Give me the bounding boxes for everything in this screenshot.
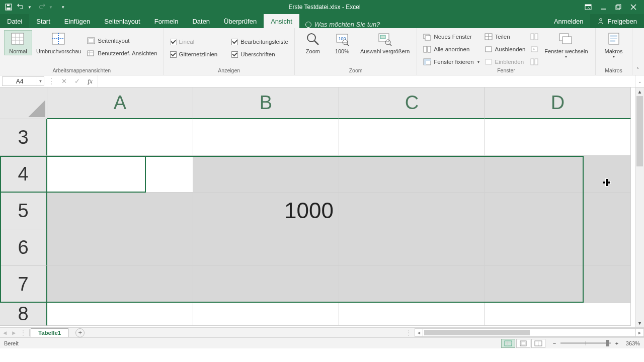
cancel-icon[interactable]: ✕ [59,77,68,86]
arrange-all-button[interactable]: Alle anordnen [421,44,481,55]
cell-d3[interactable] [485,119,631,156]
formula-input[interactable] [98,75,635,87]
ribbon-options-icon[interactable] [585,4,592,11]
page-break-preview-button[interactable]: Umbruchvorschau [33,30,84,55]
row-header-5[interactable]: 5 [0,193,47,229]
cell-c8[interactable] [339,303,485,326]
zoom-out-button[interactable]: − [550,339,558,347]
col-header-d[interactable]: D [485,87,631,119]
select-all-button[interactable] [0,87,47,119]
cell-b4[interactable] [193,156,339,193]
enter-icon[interactable]: ✓ [72,77,82,86]
cell-a3[interactable] [47,119,193,156]
scroll-right-icon[interactable]: ► [635,328,644,337]
gridlines-checkbox[interactable]: Gitternetzlinien [168,49,220,60]
cell-b7[interactable] [193,266,339,303]
scrollbar-thumb[interactable] [636,96,643,166]
cell-c6[interactable] [339,229,485,266]
tab-start[interactable]: Start [29,14,57,28]
collapse-ribbon-icon[interactable]: ˄ [634,66,641,73]
sign-in-button[interactable]: Anmelden [547,14,591,28]
zoom-100-button[interactable]: 100100% [328,30,356,55]
sheet-nav-prev-icon[interactable]: ◄ [0,330,9,336]
tab-formulas[interactable]: Formeln [147,14,186,28]
name-box-input[interactable] [3,78,37,85]
undo-dropdown-icon[interactable]: ▼ [26,4,33,11]
save-icon[interactable] [5,4,12,11]
row-header-3[interactable]: 3 [0,119,47,156]
zoom-level[interactable]: 363% [626,340,640,346]
cell-c4[interactable] [339,156,485,193]
cell-b3[interactable] [193,119,339,156]
page-layout-shortcut[interactable] [516,339,530,348]
cell-a5[interactable] [47,193,193,229]
row-header-8[interactable]: 8 [0,303,47,326]
expand-formula-bar-icon[interactable]: ⌄ [635,75,644,87]
scroll-up-icon[interactable]: ▲ [635,87,644,96]
scroll-left-icon[interactable]: ◄ [415,328,423,337]
vertical-scrollbar[interactable]: ▲ ▼ [635,87,644,327]
col-header-a[interactable]: A [47,87,193,119]
tab-view[interactable]: Ansicht [264,14,299,28]
cell-d5[interactable] [485,193,631,229]
sheet-tab-active[interactable]: Tabelle1 [31,328,68,337]
freeze-panes-button[interactable]: Fenster fixieren ▾ [421,56,481,67]
hscroll-track[interactable] [423,328,635,337]
cell-d6[interactable] [485,229,631,266]
zoom-in-button[interactable]: + [613,339,621,347]
cell-c5[interactable] [339,193,485,229]
tab-insert[interactable]: Einfügen [57,14,97,28]
name-box[interactable]: ▼ [2,76,44,86]
insert-function-icon[interactable]: fx [86,77,95,86]
cell-b5[interactable]: 1000 [193,193,339,229]
zoom-selection-button[interactable]: Auswahl vergrößern [357,30,413,55]
cell-b6[interactable] [193,229,339,266]
page-break-shortcut[interactable] [531,339,545,348]
reset-window-button[interactable] [528,44,540,55]
zoom-slider-thumb[interactable] [606,340,609,346]
row-header-7[interactable]: 7 [0,266,47,303]
normal-view-shortcut[interactable] [501,339,515,348]
cell-a7[interactable] [47,266,193,303]
undo-icon[interactable] [17,4,24,11]
new-window-button[interactable]: Neues Fenster [421,31,481,42]
cell-d7[interactable] [485,266,631,303]
custom-views-button[interactable]: Benutzerdef. Ansichten [85,48,159,59]
maximize-icon[interactable] [615,4,622,11]
cell-c3[interactable] [339,119,485,156]
cell-a6[interactable] [47,229,193,266]
minimize-icon[interactable] [600,4,607,11]
normal-view-button[interactable]: Normal [4,30,32,55]
horizontal-scrollbar[interactable]: ⋮ ◄ ► [403,328,644,337]
tab-data[interactable]: Daten [185,14,217,28]
tab-pagelayout[interactable]: Seitenlayout [97,14,147,28]
cell-c7[interactable] [339,266,485,303]
page-layout-button[interactable]: Seitenlayout [85,35,159,46]
scroll-down-icon[interactable]: ▼ [635,319,644,327]
zoom-button[interactable]: Zoom [299,30,327,55]
share-button[interactable]: Freigeben [590,14,644,28]
hscroll-thumb[interactable] [424,330,530,335]
zoom-slider[interactable] [560,342,611,344]
tab-review[interactable]: Überprüfen [217,14,264,28]
cell-d4[interactable] [485,156,631,193]
cell-b8[interactable] [193,303,339,326]
cell-a8[interactable] [47,303,193,326]
sheet-nav-next-icon[interactable]: ► [9,330,18,336]
hide-button[interactable]: Ausblenden [482,44,528,55]
scrollbar-track[interactable] [635,96,644,319]
cell-d8[interactable] [485,303,631,326]
customize-qat-icon[interactable]: ▾ [59,4,66,11]
switch-windows-button[interactable]: Fenster wechseln▾ [541,30,591,60]
row-header-6[interactable]: 6 [0,229,47,266]
sync-scroll-button[interactable] [528,31,540,42]
row-header-4[interactable]: 4 [0,156,47,193]
macros-button[interactable]: Makros▾ [600,30,628,60]
col-header-b[interactable]: B [193,87,339,119]
tab-file[interactable]: Datei [0,14,29,28]
close-icon[interactable] [630,4,637,11]
tell-me[interactable]: Was möchten Sie tun? [299,21,386,28]
cell-a4[interactable] [47,156,193,193]
name-box-dropdown-icon[interactable]: ▼ [37,77,44,85]
col-header-c[interactable]: C [339,87,485,119]
